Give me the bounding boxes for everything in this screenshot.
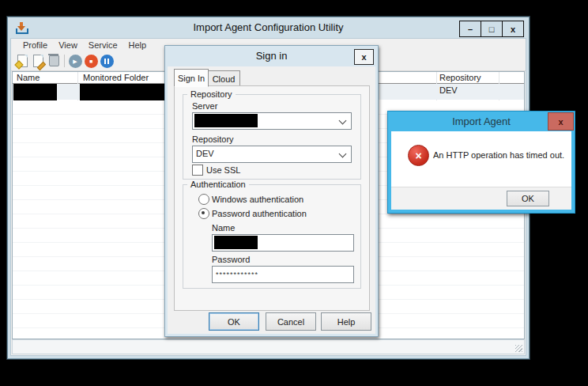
column-name[interactable]: Name (17, 72, 40, 83)
stop-icon: ■ (85, 55, 98, 68)
edit-profile-button[interactable] (30, 53, 46, 69)
pause-service-button[interactable] (99, 53, 115, 69)
column-repository[interactable]: Repository (439, 72, 481, 83)
tab-cloud[interactable]: Cloud (207, 70, 240, 87)
toolbar-separator (64, 55, 65, 67)
menu-view[interactable]: View (53, 40, 83, 51)
repository-combobox[interactable]: DEV (192, 146, 352, 163)
delete-profile-button[interactable] (46, 53, 62, 69)
main-titlebar[interactable]: Import Agent Configuration Utility – □ x (8, 17, 529, 38)
screenshot-stage: Import Agent Configuration Utility – □ x… (0, 0, 588, 386)
import-agent-app-icon (15, 21, 28, 34)
signin-help-button[interactable]: Help (321, 312, 371, 331)
error-close-button[interactable]: x (548, 112, 574, 131)
signin-cancel-button[interactable]: Cancel (266, 312, 316, 331)
resize-grip[interactable] (515, 345, 522, 352)
close-button[interactable]: x (502, 21, 524, 37)
name-input[interactable] (212, 234, 354, 252)
error-ok-button[interactable]: OK (507, 191, 549, 206)
new-profile-button[interactable] (14, 53, 30, 69)
dropdown-arrow-icon[interactable] (339, 117, 347, 125)
tab-sign-in[interactable]: Sign In (174, 69, 209, 87)
name-label: Name (212, 223, 235, 233)
stop-service-button[interactable]: ■ (83, 53, 99, 69)
dropdown-arrow-icon[interactable] (339, 150, 347, 158)
start-service-button[interactable]: ▶ (67, 53, 83, 69)
password-auth-radio[interactable] (198, 208, 209, 219)
redacted-monitored-folder-value (80, 84, 167, 100)
error-icon: × (408, 145, 429, 166)
repository-value: DEV (196, 149, 214, 158)
minimize-button[interactable]: – (459, 21, 481, 37)
use-ssl-checkbox[interactable] (192, 165, 203, 176)
play-icon: ▶ (69, 55, 82, 68)
signin-close-button[interactable]: x (354, 49, 374, 65)
edit-document-icon (33, 55, 43, 67)
status-bar (12, 339, 525, 354)
error-footer: OK (391, 187, 571, 210)
repository-label: Repository (192, 134, 234, 144)
error-message: An HTTP operation has timed out. (433, 150, 564, 160)
use-ssl-label: Use SSL (206, 165, 240, 175)
signin-titlebar[interactable]: Sign in (165, 46, 378, 66)
signin-dialog: Sign in x Sign In Cloud Repository Serve… (164, 45, 379, 337)
signin-ok-button[interactable]: OK (209, 312, 259, 331)
redacted-name-value (13, 84, 57, 100)
password-masked-value: ************ (216, 271, 258, 278)
windows-auth-label: Windows authentication (212, 195, 303, 204)
password-label: Password (212, 255, 250, 264)
redacted-server-value (194, 114, 258, 127)
menu-help[interactable]: Help (123, 40, 153, 51)
password-auth-label: Password authentication (212, 209, 307, 218)
trash-icon (49, 55, 59, 66)
repository-group-label: Repository (187, 89, 236, 99)
authentication-group-label: Authentication (187, 180, 249, 189)
redacted-name-input-value (214, 236, 258, 249)
menu-profile[interactable]: Profile (17, 40, 53, 51)
windows-auth-radio[interactable] (198, 194, 209, 205)
signin-client-area: Sign In Cloud Repository Server Reposito… (168, 66, 375, 334)
row-repository-value: DEV (439, 85, 458, 95)
error-titlebar[interactable]: Import Agent (388, 112, 575, 131)
menu-service[interactable]: Service (83, 40, 123, 51)
error-content: × An HTTP operation has timed out. OK (391, 131, 571, 210)
repository-group: Repository Server Repository DEV Use SSL (183, 94, 361, 180)
signin-tab-panel: Repository Server Repository DEV Use SSL (174, 85, 370, 311)
server-label: Server (192, 101, 217, 111)
maximize-button[interactable]: □ (481, 21, 503, 37)
pause-icon (100, 55, 114, 68)
error-dialog: Import Agent x × An HTTP operation has t… (387, 111, 575, 214)
password-input[interactable]: ************ (212, 266, 354, 283)
new-document-icon (17, 55, 28, 67)
radio-selected-dot (202, 211, 205, 214)
server-combobox[interactable] (192, 112, 352, 130)
main-window-title: Import Agent Configuration Utility (8, 17, 529, 38)
window-controls: – □ x (460, 21, 524, 37)
authentication-group: Authentication Windows authentication Pa… (183, 184, 361, 289)
column-monitored-folder[interactable]: Monitored Folder (83, 72, 149, 83)
